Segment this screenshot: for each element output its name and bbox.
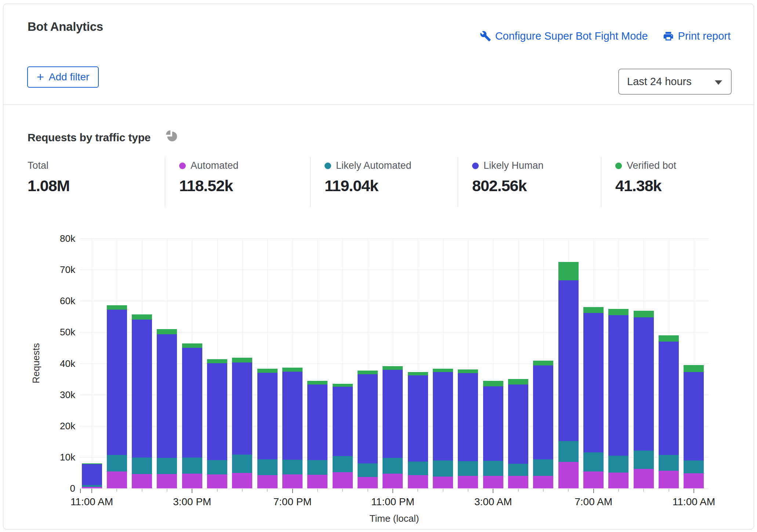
stat-label: Likely Automated xyxy=(336,160,412,171)
stat-divider-1 xyxy=(165,157,165,207)
verified-bot-segment xyxy=(383,366,403,369)
automated-segment xyxy=(232,473,252,488)
time-range-select[interactable]: Last 24 hours xyxy=(618,69,732,95)
bar-15-2-00-am[interactable] xyxy=(458,369,478,488)
bar-19-6-00-am[interactable] xyxy=(558,262,579,488)
header-divider xyxy=(3,105,754,105)
bar-3-2-00-pm[interactable] xyxy=(157,329,177,488)
bar-21-8-00-am[interactable] xyxy=(608,309,629,488)
bar-9-8-00-pm[interactable] xyxy=(307,381,327,488)
automated-segment xyxy=(508,476,528,488)
automated-segment xyxy=(458,476,478,488)
stat-header: Likely Human xyxy=(472,160,544,171)
likely-automated-segment xyxy=(458,461,478,476)
x-axis-tick xyxy=(242,489,243,492)
h-gridline-60k xyxy=(80,301,709,301)
automated-segment xyxy=(282,474,303,488)
configure-link-label: Configure Super Bot Fight Mode xyxy=(495,30,648,42)
likely-human-segment xyxy=(232,362,252,455)
bar-14-1-00-am[interactable] xyxy=(433,369,453,488)
automated-segment xyxy=(207,474,227,488)
bar-5-4-00-pm[interactable] xyxy=(207,359,227,488)
add-filter-button[interactable]: + Add filter xyxy=(27,66,99,88)
bar-1-12-00-pm[interactable] xyxy=(107,305,127,488)
origin-tick xyxy=(80,489,81,493)
verified-bot-segment xyxy=(107,305,127,310)
verified-bot-segment xyxy=(182,343,202,348)
x-tick-label: 11:00 AM xyxy=(59,496,125,508)
x-axis-title: Time (local) xyxy=(321,513,468,524)
bar-16-3-00-am[interactable] xyxy=(483,381,503,488)
likely-human-segment xyxy=(583,313,604,452)
stat-value: 118.52k xyxy=(179,177,239,195)
bar-23-10-00-am[interactable] xyxy=(659,335,679,488)
stat-column-total: Total1.08M xyxy=(28,160,70,195)
stat-column-likely-automated: Likely Automated119.04k xyxy=(325,160,412,195)
configure-super-bot-fight-mode-link[interactable]: Configure Super Bot Fight Mode xyxy=(480,30,648,42)
v-gridline xyxy=(92,238,92,488)
bar-11-10-00-pm[interactable] xyxy=(358,371,378,488)
plus-icon: + xyxy=(37,70,44,83)
verified-bot-segment xyxy=(583,307,604,313)
bar-2-1-00-pm[interactable] xyxy=(132,314,152,488)
automated-segment xyxy=(182,474,202,488)
bar-13-12-00-am[interactable] xyxy=(408,372,428,488)
likely-human-segment xyxy=(483,386,503,461)
x-axis-tick xyxy=(669,489,669,492)
verified-bot-segment xyxy=(433,369,453,372)
x-axis-tick xyxy=(568,489,569,492)
likely-automated-segment xyxy=(533,459,553,476)
likely-human-segment xyxy=(307,385,327,460)
bar-7-6-00-pm[interactable] xyxy=(257,369,278,488)
bar-18-5-00-am[interactable] xyxy=(533,361,553,488)
bar-20-7-00-am[interactable] xyxy=(583,307,604,488)
likely-automated-segment xyxy=(684,460,704,473)
likely-automated-segment xyxy=(508,464,528,476)
pie-chart-icon xyxy=(165,129,179,145)
verified-bot-segment xyxy=(533,361,553,366)
add-filter-label: Add filter xyxy=(49,71,90,83)
h-gridline-70k xyxy=(80,270,709,270)
automated-segment xyxy=(533,476,553,488)
y-tick-label: 40k xyxy=(50,358,75,369)
bar-22-9-00-am[interactable] xyxy=(634,311,654,488)
x-axis-tick xyxy=(167,489,167,492)
stat-divider-3 xyxy=(458,157,458,207)
likely-human-segment xyxy=(634,317,654,451)
x-axis-tick xyxy=(643,489,644,492)
x-axis-tick xyxy=(543,489,544,492)
x-axis-tick xyxy=(518,489,519,492)
x-axis-tick xyxy=(618,489,619,492)
bar-8-7-00-pm[interactable] xyxy=(282,368,303,488)
likely-human-segment xyxy=(333,387,353,456)
likely-automated-segment xyxy=(558,441,579,462)
verified-bot-segment xyxy=(558,262,579,280)
bar-4-3-00-pm[interactable] xyxy=(182,343,202,488)
verified-bot-segment xyxy=(659,335,679,342)
bar-6-5-00-pm[interactable] xyxy=(232,358,252,488)
likely-human-segment xyxy=(282,372,303,459)
bar-12-11-00-pm[interactable] xyxy=(383,366,403,488)
bar-17-4-00-am[interactable] xyxy=(508,379,528,488)
x-axis-tick xyxy=(91,489,92,493)
likely-human-segment xyxy=(132,320,152,457)
print-report-link[interactable]: Print report xyxy=(663,30,731,42)
legend-dot-likely-human xyxy=(472,163,479,169)
automated-segment xyxy=(358,477,378,488)
verified-bot-segment xyxy=(333,384,353,387)
x-axis-tick xyxy=(392,489,393,493)
x-axis-tick xyxy=(116,489,117,492)
automated-segment xyxy=(257,475,278,488)
likely-automated-segment xyxy=(383,458,403,474)
likely-automated-segment xyxy=(207,460,227,474)
y-tick-label: 60k xyxy=(50,295,75,306)
bar-0-11-00-am[interactable] xyxy=(82,463,102,488)
verified-bot-segment xyxy=(282,368,303,372)
stat-label: Verified bot xyxy=(627,160,676,171)
likely-human-segment xyxy=(358,374,378,463)
likely-automated-segment xyxy=(307,460,327,475)
bar-24-11-00-am[interactable] xyxy=(684,365,704,488)
bar-10-9-00-pm[interactable] xyxy=(333,384,353,488)
x-axis-tick xyxy=(493,489,493,493)
verified-bot-segment xyxy=(358,371,378,374)
